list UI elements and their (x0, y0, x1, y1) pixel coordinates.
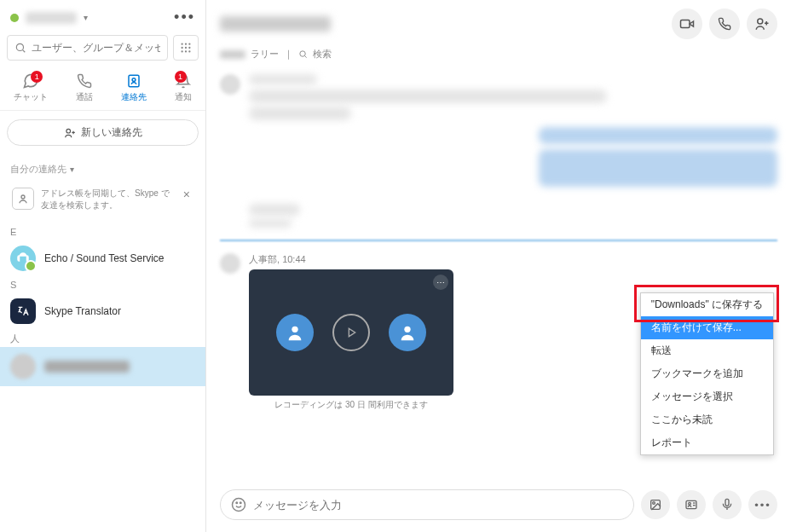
svg-point-7 (188, 47, 190, 49)
avatar (10, 246, 36, 271)
svg-point-0 (16, 43, 23, 50)
message-bubble-blurred (539, 149, 777, 187)
my-contacts-toggle[interactable]: 自分の連絡先 ▾ (0, 154, 205, 179)
tab-label: 連絡先 (121, 91, 147, 103)
search-input[interactable] (32, 42, 160, 54)
more-options-button[interactable]: ••• (174, 9, 195, 26)
context-menu-item[interactable]: "Downloads" に保存する (641, 293, 773, 316)
avatar (10, 354, 36, 379)
svg-point-16 (21, 195, 25, 199)
chat-area: ラリー ｜ 検索 (206, 0, 791, 532)
audio-call-button[interactable] (709, 9, 740, 39)
svg-point-13 (66, 129, 70, 133)
svg-point-19 (758, 19, 763, 24)
tab-call[interactable]: 通話 (76, 72, 93, 103)
svg-point-4 (188, 43, 190, 44)
current-user-name[interactable] (26, 12, 77, 24)
contact-selected[interactable] (0, 347, 205, 386)
message-meta: 人事部, 10:44 (249, 253, 453, 266)
svg-point-27 (233, 499, 245, 512)
add-people-button[interactable] (747, 9, 777, 39)
sidebar-header: ▾ ••• (0, 0, 205, 35)
svg-rect-36 (725, 499, 729, 506)
avatar (220, 74, 240, 95)
recording-card[interactable]: ⋯ (249, 269, 453, 396)
tab-label: チャット (14, 91, 48, 103)
message-input-wrapper[interactable] (220, 489, 634, 520)
svg-point-31 (653, 502, 655, 505)
svg-point-10 (188, 50, 190, 52)
message-text-blurred (249, 107, 351, 120)
svg-point-8 (181, 50, 182, 52)
context-menu-item[interactable]: レポート (641, 431, 773, 454)
recording-caption: レコーディングは 30 日 間利用できます (249, 399, 453, 411)
svg-point-6 (185, 47, 187, 49)
unread-divider (220, 240, 777, 241)
gallery-link[interactable]: ラリー (251, 48, 279, 61)
voice-message-button[interactable] (713, 490, 742, 519)
new-contact-label: 新しい連絡先 (81, 125, 142, 140)
context-menu-item[interactable]: メッセージを選択 (641, 385, 773, 408)
nav-tabs: 1 チャット 通話 連絡先 1 通知 (0, 67, 205, 111)
svg-line-1 (23, 50, 26, 53)
svg-point-26 (404, 327, 410, 332)
chat-title (220, 16, 331, 32)
tab-chat[interactable]: 1 チャット (14, 72, 48, 103)
search-icon (298, 49, 308, 59)
recording-options-button[interactable]: ⋯ (433, 275, 448, 290)
svg-point-9 (185, 50, 187, 52)
attach-file-button[interactable] (641, 490, 670, 519)
search-in-chat[interactable]: 検索 (313, 48, 332, 61)
context-menu-item[interactable]: ブックマークを追加 (641, 362, 773, 385)
tab-contacts[interactable]: 連絡先 (121, 72, 147, 103)
message-text-blurred (249, 219, 292, 228)
more-input-button[interactable]: ••• (748, 490, 777, 519)
contacts-icon (125, 72, 142, 90)
video-call-button[interactable] (672, 9, 702, 39)
contact-card-button[interactable] (677, 490, 706, 519)
context-menu-item[interactable]: ここから未読 (641, 408, 773, 431)
add-contact-icon (64, 127, 76, 139)
svg-point-5 (181, 47, 182, 49)
context-menu: "Downloads" に保存する名前を付けて保存...転送ブックマークを追加メ… (640, 292, 774, 455)
close-icon[interactable]: × (180, 188, 193, 201)
letter-divider-e: E (0, 225, 205, 239)
sync-text: アドレス帳を同期して、Skype で友達を検索します。 (41, 188, 173, 211)
message-input-bar: ••• (206, 481, 791, 532)
tab-notify[interactable]: 1 通知 (175, 72, 192, 103)
svg-point-29 (240, 502, 242, 504)
message-input[interactable] (253, 499, 623, 512)
letter-divider-s: S (0, 278, 205, 292)
sync-contacts-prompt: アドレス帳を同期して、Skype で友達を検索します。 × (7, 182, 199, 217)
message-row (220, 74, 777, 120)
tab-label: 通話 (76, 91, 93, 103)
chat-subheader: ラリー ｜ 検索 (206, 48, 791, 67)
svg-point-3 (185, 43, 187, 44)
notify-badge: 1 (175, 71, 187, 83)
play-button[interactable] (332, 314, 370, 351)
phone-icon (76, 72, 93, 90)
contact-translator[interactable]: Skype Translator (0, 292, 205, 331)
message-text-blurred (249, 90, 607, 103)
new-contact-button[interactable]: 新しい連絡先 (7, 119, 199, 146)
avatar (10, 298, 36, 324)
svg-point-12 (132, 78, 136, 82)
message-row (220, 204, 777, 228)
message-bubble-blurred (539, 127, 777, 144)
participant-avatar (276, 314, 314, 351)
chevron-down-icon[interactable]: ▾ (84, 13, 88, 22)
dialpad-button[interactable] (173, 35, 199, 61)
sidebar: ▾ ••• 1 チャット 通話 連絡先 (0, 0, 206, 532)
contact-echo[interactable]: Echo / Sound Test Service (0, 239, 205, 278)
search-input-wrapper[interactable] (7, 35, 168, 61)
svg-line-23 (305, 56, 307, 58)
address-book-icon[interactable] (12, 188, 34, 210)
letter-divider-hito: 人 (0, 331, 205, 347)
subheader-blur (220, 50, 245, 59)
message-text-blurred (249, 204, 300, 216)
context-menu-item[interactable]: 名前を付けて保存... (641, 316, 773, 339)
emoji-icon[interactable] (231, 497, 246, 512)
search-icon (14, 42, 26, 54)
message-meta-blurred (249, 74, 317, 84)
context-menu-item[interactable]: 転送 (641, 339, 773, 362)
